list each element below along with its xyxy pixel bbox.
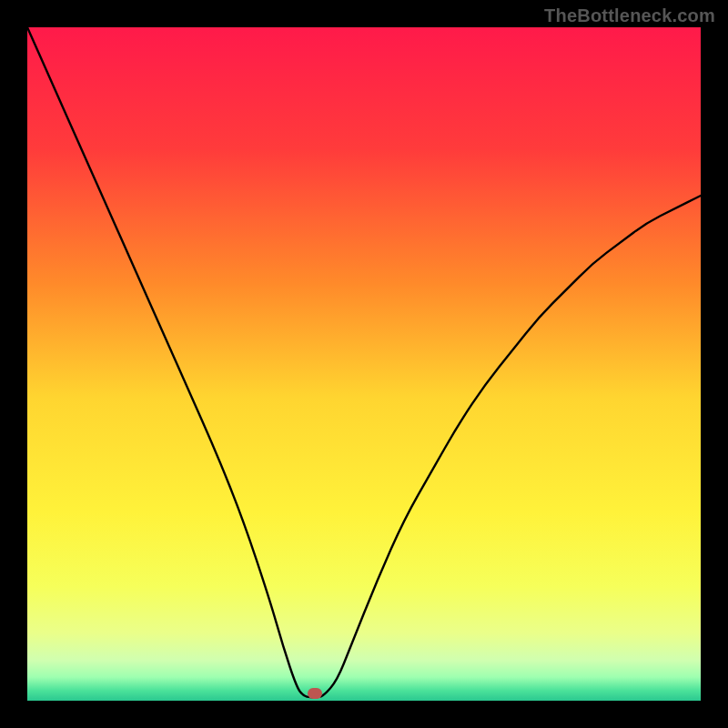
svg-rect-0 — [27, 27, 701, 701]
watermark-label: TheBottleneck.com — [544, 5, 715, 26]
optimum-marker — [308, 688, 322, 699]
plot-area — [27, 27, 701, 701]
chart-svg — [27, 27, 701, 701]
chart-container: TheBottleneck.com — [0, 0, 728, 728]
